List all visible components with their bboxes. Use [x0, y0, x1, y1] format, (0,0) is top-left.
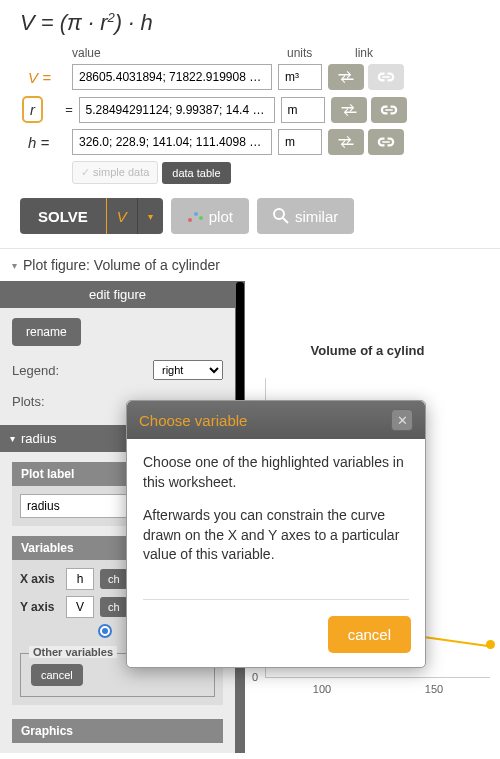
similar-button[interactable]: similar [257, 198, 354, 234]
solve-group: SOLVE V ▾ [20, 198, 163, 234]
radio-selected[interactable] [98, 624, 112, 638]
variables-section: value units link V = r= h = simple data … [0, 46, 500, 184]
choose-variable-dialog: Choose variable ✕ Choose one of the high… [126, 400, 426, 668]
var-row-h: h = [20, 129, 480, 155]
var-label-V: V = [20, 69, 72, 86]
link-icon[interactable] [371, 97, 407, 123]
value-input-V[interactable] [72, 64, 272, 90]
var-label-r[interactable]: r [22, 96, 43, 123]
link-icon[interactable] [368, 129, 404, 155]
y-axis-input[interactable] [66, 596, 94, 618]
unit-input-r[interactable] [281, 97, 325, 123]
unit-input-h[interactable] [278, 129, 322, 155]
chart-point [486, 640, 495, 649]
plot-icon [187, 208, 203, 224]
value-input-r[interactable] [79, 97, 275, 123]
var-row-V: V = [20, 64, 480, 90]
swap-icon[interactable] [331, 97, 367, 123]
link-icon[interactable] [368, 64, 404, 90]
swap-icon[interactable] [328, 129, 364, 155]
column-headers: value units link [72, 46, 480, 60]
plot-section-header[interactable]: Plot figure: Volume of a cylinder [0, 249, 500, 281]
search-icon [273, 208, 289, 224]
action-bar: SOLVE V ▾ plot similar [0, 184, 500, 249]
panel-title: edit figure [0, 281, 235, 308]
svg-point-1 [194, 212, 198, 216]
header-link: link [355, 46, 405, 60]
svg-line-4 [283, 218, 288, 223]
legend-select[interactable]: right [153, 360, 223, 380]
data-table-button[interactable]: data table [162, 162, 230, 184]
x-axis-input[interactable] [66, 568, 94, 590]
chart-title: Volume of a cylind [245, 343, 490, 358]
simple-data-button[interactable]: simple data [72, 161, 158, 184]
dialog-footer: cancel [127, 606, 425, 667]
svg-point-0 [188, 218, 192, 222]
header-units: units [287, 46, 355, 60]
value-input-h[interactable] [72, 129, 272, 155]
dialog-divider [143, 599, 409, 600]
solve-dropdown[interactable]: ▾ [137, 198, 163, 234]
other-cancel-button[interactable]: cancel [31, 664, 83, 686]
formula-display: V = (π · r2) · h [0, 0, 500, 46]
chart-x-ticks: 100 150 [266, 683, 490, 695]
svg-point-3 [274, 209, 284, 219]
solve-button[interactable]: SOLVE [20, 198, 106, 234]
close-icon[interactable]: ✕ [391, 409, 413, 431]
unit-input-V[interactable] [278, 64, 322, 90]
dialog-body: Choose one of the highlighted variables … [127, 439, 425, 593]
cancel-button[interactable]: cancel [328, 616, 411, 653]
dialog-header: Choose variable ✕ [127, 401, 425, 439]
var-label-h: h = [20, 134, 72, 151]
y-change-button[interactable]: ch [100, 597, 128, 617]
dialog-title: Choose variable [139, 412, 247, 429]
swap-icon[interactable] [328, 64, 364, 90]
graphics-header: Graphics [12, 719, 223, 743]
rename-button[interactable]: rename [12, 318, 81, 346]
svg-point-2 [199, 216, 203, 220]
solve-for-variable: V [106, 198, 137, 234]
plot-button[interactable]: plot [171, 198, 249, 234]
data-mode-toggle: simple data data table [72, 161, 480, 184]
legend-row: Legend: right [12, 360, 223, 380]
chart-y-tick: 0 [252, 671, 258, 683]
x-change-button[interactable]: ch [100, 569, 128, 589]
header-value: value [72, 46, 287, 60]
var-row-r: r= [20, 96, 480, 123]
